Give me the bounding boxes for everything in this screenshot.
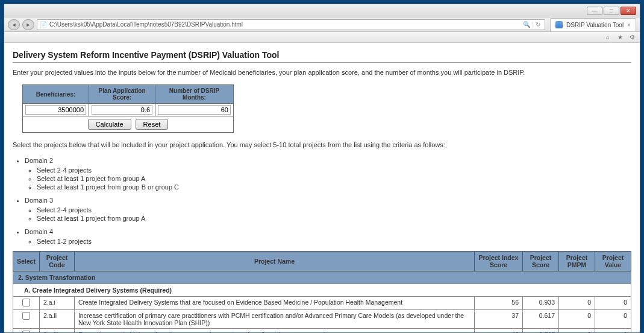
tools-icon[interactable]: ⚙ xyxy=(628,33,636,42)
criteria-item: Select 2-4 projects xyxy=(37,166,631,174)
projects-table: Select Project Code Project Name Project… xyxy=(13,251,631,332)
window-controls: — □ ✕ xyxy=(587,7,636,15)
page-content: Delivery System Reform Incentive Payment… xyxy=(4,43,640,332)
inputs-table: Beneficiaries: Plan Application Score: N… xyxy=(22,84,234,133)
criteria-item: Select 1-2 projects xyxy=(37,238,631,245)
browser-window: — □ ✕ ◄ ► 📄 C:\Users\ksk05\AppData\Local… xyxy=(4,4,640,333)
url-text: C:\Users\ksk05\AppData\Local\Temp\notes5… xyxy=(49,21,243,28)
window-title-bar: — □ ✕ xyxy=(4,4,640,17)
cell-index: 37 xyxy=(475,310,523,329)
criteria-domain2: Domain 2 xyxy=(25,157,631,164)
page-title: Delivery System Reform Incentive Payment… xyxy=(13,50,631,63)
back-button[interactable]: ◄ xyxy=(8,19,20,30)
criteria-item: Select at least 1 project from group B o… xyxy=(37,183,631,191)
cell-score: 0.933 xyxy=(523,297,559,310)
favicon xyxy=(555,21,563,28)
cell-score: 0.767 xyxy=(523,329,559,333)
url-divider: | xyxy=(532,21,534,28)
cell-name: Create Integrated Delivery Systems that … xyxy=(74,297,474,310)
header-score: Plan Application Score: xyxy=(89,85,155,104)
cell-value: 0 xyxy=(595,329,631,333)
cell-index: 56 xyxy=(475,297,523,310)
cell-code: 2.a.i xyxy=(39,297,74,310)
cell-index: 46 xyxy=(475,329,523,333)
col-pmpm: Project PMPM xyxy=(559,252,595,271)
intro-text: Enter your projected values into the inp… xyxy=(13,69,631,76)
beneficiaries-input[interactable] xyxy=(25,105,86,115)
cell-pmpm: 0 xyxy=(559,297,595,310)
criteria-domain4: Domain 4 xyxy=(25,228,631,235)
close-button[interactable]: ✕ xyxy=(621,7,636,15)
criteria-item: Select 2-4 projects xyxy=(37,206,631,214)
refresh-icon[interactable]: ↻ xyxy=(536,21,540,28)
home-icon[interactable]: ⌂ xyxy=(604,33,612,42)
address-bar[interactable]: 📄 C:\Users\ksk05\AppData\Local\Temp\note… xyxy=(37,19,545,30)
cell-value: 0 xyxy=(595,310,631,329)
command-bar: ⌂ ★ ⚙ xyxy=(4,32,640,43)
col-value: Project Value xyxy=(595,252,631,271)
col-name: Project Name xyxy=(74,252,474,271)
cell-code: 2.a.ii xyxy=(39,310,74,329)
section-header: 2. System Transformation xyxy=(13,271,631,284)
criteria-item: Select at least 1 project from group A xyxy=(37,215,631,222)
criteria-list: Domain 2 Select 2-4 projects Select at l… xyxy=(19,157,631,245)
table-row: 2.a.iCreate Integrated Delivery Systems … xyxy=(13,297,631,310)
tab-close-icon[interactable]: × xyxy=(627,22,631,28)
table-row: 2.a.iiiExpand access to high quality pri… xyxy=(13,329,631,333)
cell-pmpm: 0 xyxy=(559,310,595,329)
project-select-checkbox[interactable] xyxy=(22,331,30,332)
months-input[interactable] xyxy=(158,105,231,115)
project-select-checkbox[interactable] xyxy=(22,312,30,320)
file-icon: 📄 xyxy=(40,21,47,28)
plan-score-input[interactable] xyxy=(92,105,152,115)
cell-pmpm: 0 xyxy=(559,329,595,333)
maximize-button[interactable]: □ xyxy=(604,7,619,15)
cell-code: 2.a.iii xyxy=(39,329,74,333)
col-score: Project Score xyxy=(523,252,559,271)
criteria-item: Select at least 1 project from group A xyxy=(37,175,631,182)
browser-tab[interactable]: DSRIP Valuation Tool × xyxy=(550,18,636,31)
table-row: 2.a.iiIncrease certification of primary … xyxy=(13,310,631,329)
cell-name: Expand access to high quality primary ca… xyxy=(74,329,474,333)
col-index: Project Index Score xyxy=(475,252,523,271)
search-icon[interactable]: 🔍 xyxy=(523,21,530,28)
minimize-button[interactable]: — xyxy=(587,7,602,15)
favorites-icon[interactable]: ★ xyxy=(616,33,624,42)
calculate-button[interactable]: Calculate xyxy=(88,119,131,130)
subsection-header: A. Create Integrated Delivery Systems (R… xyxy=(13,284,631,297)
cell-name: Increase certification of primary care p… xyxy=(74,310,474,329)
reset-button[interactable]: Reset xyxy=(136,119,169,130)
cell-score: 0.617 xyxy=(523,310,559,329)
col-code: Project Code xyxy=(39,252,74,271)
selection-instructions: Select the projects below that will be i… xyxy=(13,141,631,148)
criteria-domain3: Domain 3 xyxy=(25,197,631,204)
tab-title: DSRIP Valuation Tool xyxy=(566,22,624,28)
forward-button[interactable]: ► xyxy=(22,19,34,30)
browser-toolbar: ◄ ► 📄 C:\Users\ksk05\AppData\Local\Temp\… xyxy=(4,17,640,32)
header-months: Number of DSRIP Months: xyxy=(155,85,234,104)
cell-value: 0 xyxy=(595,297,631,310)
header-beneficiaries: Beneficiaries: xyxy=(23,85,89,104)
project-select-checkbox[interactable] xyxy=(22,299,30,306)
col-select: Select xyxy=(13,252,40,271)
